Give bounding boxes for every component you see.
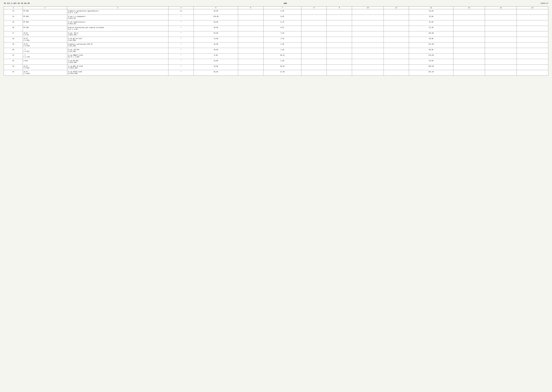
row-col11 bbox=[384, 37, 409, 42]
row-col13 bbox=[453, 64, 485, 70]
header-left: ТП 211-1-307.85 СМ АЕ,ЛП bbox=[4, 2, 30, 4]
row-number: 27 bbox=[4, 31, 23, 37]
row-col11 bbox=[384, 9, 409, 15]
row-col14 bbox=[485, 48, 517, 54]
row-col13 bbox=[453, 20, 485, 26]
row-col15 bbox=[517, 9, 548, 15]
row-code: 3-014 bbox=[23, 59, 67, 64]
row-col10 bbox=[352, 70, 384, 76]
row-col9 bbox=[327, 20, 352, 26]
row-col13 bbox=[453, 9, 485, 15]
row-desc: То же,ШПО 25-2х40 27,80x1,099 bbox=[67, 64, 168, 70]
row-col12: 25,80 bbox=[409, 59, 453, 64]
row-col8 bbox=[301, 31, 327, 37]
row-code: МТ-092 bbox=[23, 15, 67, 20]
row-code: —"— п.3-017 bbox=[23, 48, 67, 54]
row-col15 bbox=[517, 48, 548, 54]
row-col10 bbox=[352, 20, 384, 26]
row-col8 bbox=[301, 48, 327, 54]
row-col7: 3,30 bbox=[263, 31, 301, 37]
row-col13 bbox=[453, 37, 485, 42]
row-col5: 10,00 bbox=[194, 64, 238, 70]
row-code: МТ-092 bbox=[23, 20, 67, 26]
row-desc: Стоимость выключателя одвополюсного 0,45… bbox=[67, 9, 168, 15]
row-col15 bbox=[517, 20, 548, 26]
row-unit: " bbox=[168, 15, 194, 20]
row-col7: 2,20 bbox=[263, 37, 301, 42]
row-col8 bbox=[301, 64, 327, 70]
row-col8 bbox=[301, 54, 327, 59]
table-row: 2715-07 п.5-03То же, ПО-21 3,00x1,099"56… bbox=[4, 31, 548, 37]
row-col15 bbox=[517, 54, 548, 59]
row-desc: То же,ДС-19-1x15 2,0x1,099 bbox=[67, 37, 168, 42]
col-header-11: 11 bbox=[384, 7, 409, 9]
row-col15 bbox=[517, 70, 548, 76]
row-col5: 56,00 bbox=[194, 31, 238, 37]
row-col9 bbox=[327, 26, 352, 31]
row-code: 15-07 п.3-001 bbox=[23, 37, 67, 42]
row-col7: 0,65 bbox=[263, 15, 301, 20]
row-col13 bbox=[453, 54, 485, 59]
row-col11 bbox=[384, 70, 409, 76]
row-col10 bbox=[352, 15, 384, 20]
row-code: 15-07 п.5-030 bbox=[23, 42, 67, 48]
row-col10 bbox=[352, 54, 384, 59]
row-col9 bbox=[327, 64, 352, 70]
col-header-1: 1 bbox=[4, 7, 23, 9]
row-col12: 123,66 bbox=[409, 54, 453, 59]
row-unit: " bbox=[168, 20, 194, 26]
row-col6 bbox=[238, 31, 263, 37]
row-col13 bbox=[453, 42, 485, 48]
row-unit: " bbox=[168, 37, 194, 42]
row-col5: 30,00 bbox=[194, 26, 238, 31]
row-col6 bbox=[238, 37, 263, 42]
table-row: 3315-07 п.3-097То же,ШПО 25-2х40 27,80x1… bbox=[4, 64, 548, 70]
row-col7: 2,20 bbox=[263, 48, 301, 54]
row-col8 bbox=[301, 37, 327, 42]
row-col8 bbox=[301, 20, 327, 26]
row-col15 bbox=[517, 64, 548, 70]
row-col14 bbox=[485, 42, 517, 48]
row-col11 bbox=[384, 20, 409, 26]
row-col11 bbox=[384, 59, 409, 64]
row-number: 31 bbox=[4, 54, 23, 59]
col-header-9: 9 bbox=[327, 7, 352, 9]
table-row: 3415-07 п.3-093То же,ЛССО2-2х40 15,55x1,… bbox=[4, 70, 548, 76]
row-desc: То же, НП 019 2,0x1,099 bbox=[67, 48, 168, 54]
row-code: —"— п.1-148 bbox=[23, 54, 67, 59]
row-col13 bbox=[453, 48, 485, 54]
row-code: 15-07 п.5-03 bbox=[23, 31, 67, 37]
col-header-7: 7 bbox=[263, 7, 301, 9]
row-col10 bbox=[352, 64, 384, 70]
row-col8 bbox=[301, 15, 327, 20]
col-header-10: 10 bbox=[352, 7, 384, 9]
row-code: 15-07 п.3-097 bbox=[23, 64, 67, 70]
row-col7: 20,61 bbox=[263, 54, 301, 59]
row-col6 bbox=[238, 48, 263, 54]
table-row: 23МТ-092Стоимость выключателя одвополюсн… bbox=[4, 9, 548, 15]
row-col14 bbox=[485, 9, 517, 15]
row-number: 29 bbox=[4, 42, 23, 48]
row-code: 15-07 п.3-093 bbox=[23, 70, 67, 76]
row-col5: 6,00 bbox=[194, 54, 238, 59]
row-col8 bbox=[301, 26, 327, 31]
row-col11 bbox=[384, 31, 409, 37]
row-number: 32 bbox=[4, 59, 23, 64]
row-col15 bbox=[517, 37, 548, 42]
row-col8 bbox=[301, 59, 327, 64]
col-header-2: 2 bbox=[23, 7, 67, 9]
row-col5: 46,00 bbox=[194, 42, 238, 48]
row-col13 bbox=[453, 15, 485, 20]
row-col7: 2,58 bbox=[263, 59, 301, 64]
row-col15 bbox=[517, 42, 548, 48]
row-col7: 17,09 bbox=[263, 70, 301, 76]
header-center: 100 bbox=[283, 2, 287, 5]
col-header-13: 13 bbox=[453, 7, 485, 9]
row-col11 bbox=[384, 64, 409, 70]
row-col9 bbox=[327, 48, 352, 54]
row-col9 bbox=[327, 37, 352, 42]
row-unit: " bbox=[168, 26, 194, 31]
col-header-14: 14 bbox=[485, 7, 517, 9]
row-col9 bbox=[327, 70, 352, 76]
row-col5: 50,00 bbox=[194, 20, 238, 26]
